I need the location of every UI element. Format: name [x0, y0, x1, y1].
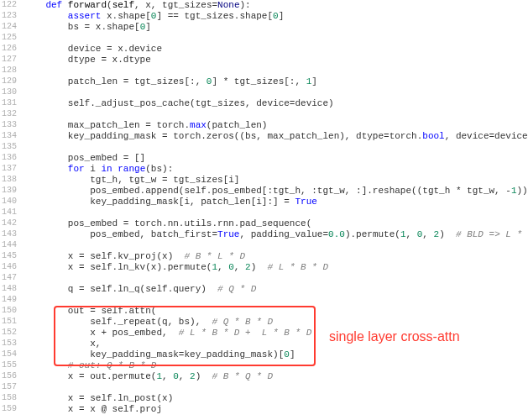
code-line: 145 x = self.kv_proj(x) # B * L * D: [0, 251, 528, 262]
line-number: 126: [0, 44, 24, 53]
line-number: 129: [0, 76, 24, 86]
line-number: 143: [0, 229, 24, 239]
code-content: x = x @ self.proj: [24, 404, 528, 415]
code-line: 132: [0, 109, 528, 120]
line-number: 158: [0, 393, 24, 402]
line-number: 130: [0, 87, 24, 97]
line-number: 123: [0, 11, 24, 20]
code-line: 123 assert x.shape[0] == tgt_sizes.shape…: [0, 11, 528, 22]
code-content: self._adjust_pos_cache(tgt_sizes, device…: [24, 98, 528, 109]
annotation-text: single layer cross-attn: [329, 329, 460, 344]
line-number: 140: [0, 197, 24, 206]
code-content: assert x.shape[0] == tgt_sizes.shape[0]: [24, 11, 528, 22]
code-content: out = self.attn(: [24, 306, 528, 317]
code-line: 150 out = self.attn(: [0, 306, 528, 317]
code-line: 133 max_patch_len = torch.max(patch_len): [0, 120, 528, 131]
code-line: 143 pos_embed, batch_first=True, padding…: [0, 229, 528, 240]
line-number: 150: [0, 306, 24, 315]
code-line: 147: [0, 273, 528, 284]
line-number: 159: [0, 404, 24, 413]
line-number: 152: [0, 328, 24, 337]
code-content: x = self.ln_post(x): [24, 393, 528, 404]
code-line: 122 def forward(self, x, tgt_sizes=None)…: [0, 0, 528, 11]
line-number: 142: [0, 218, 24, 228]
code-content: x = self.ln_kv(x).permute(1, 0, 2) # L *…: [24, 262, 528, 273]
code-line: 156 x = out.permute(1, 0, 2) # B * Q * D: [0, 371, 528, 382]
line-number: 141: [0, 207, 24, 217]
line-number: 137: [0, 164, 24, 173]
line-number: 156: [0, 371, 24, 381]
code-content: self._repeat(q, bs), # Q * B * D: [24, 317, 528, 328]
line-number: 144: [0, 240, 24, 249]
code-line: 130: [0, 87, 528, 98]
line-number: 128: [0, 66, 24, 75]
code-content: pos_embed.append(self.pos_embed[:tgt_h, …: [24, 186, 528, 197]
line-number: 138: [0, 175, 24, 184]
line-number: 134: [0, 131, 24, 140]
line-number: 124: [0, 22, 24, 31]
code-line: 139 pos_embed.append(self.pos_embed[:tgt…: [0, 186, 528, 197]
line-number: 135: [0, 142, 24, 151]
code-line: 157: [0, 382, 528, 393]
line-number: 151: [0, 317, 24, 326]
code-line: 144: [0, 240, 528, 251]
code-line: 135: [0, 142, 528, 153]
code-content: pos_embed, batch_first=True, padding_val…: [24, 229, 528, 240]
code-line: 151 self._repeat(q, bs), # Q * B * D: [0, 317, 528, 328]
code-line: 137 for i in range(bs):: [0, 164, 528, 175]
code-line: 159 x = x @ self.proj: [0, 404, 528, 415]
code-line: 149: [0, 295, 528, 306]
code-content: bs = x.shape[0]: [24, 22, 528, 33]
code-content: key_padding_mask = torch.zeros((bs, max_…: [24, 131, 528, 142]
line-number: 139: [0, 186, 24, 195]
code-line: 158 x = self.ln_post(x): [0, 393, 528, 404]
code-content: # out: Q * B * D: [24, 360, 528, 371]
line-number: 131: [0, 98, 24, 108]
line-number: 153: [0, 339, 24, 348]
code-line: 142 pos_embed = torch.nn.utils.rnn.pad_s…: [0, 218, 528, 229]
code-line: 141: [0, 207, 528, 218]
line-number: 122: [0, 0, 24, 9]
code-line: 134 key_padding_mask = torch.zeros((bs, …: [0, 131, 528, 142]
code-content: x = self.kv_proj(x) # B * L * D: [24, 251, 528, 262]
code-line: 155 # out: Q * B * D: [0, 360, 528, 371]
code-content: tgt_h, tgt_w = tgt_sizes[i]: [24, 175, 528, 186]
line-number: 145: [0, 251, 24, 260]
code-line: 131 self._adjust_pos_cache(tgt_sizes, de…: [0, 98, 528, 109]
code-content: for i in range(bs):: [24, 164, 528, 175]
code-content: patch_len = tgt_sizes[:, 0] * tgt_sizes[…: [24, 76, 528, 87]
code-content: device = x.device: [24, 44, 528, 55]
code-content: def forward(self, x, tgt_sizes=None):: [24, 0, 528, 11]
code-line: 148 q = self.ln_q(self.query) # Q * D: [0, 284, 528, 295]
code-line: 129 patch_len = tgt_sizes[:, 0] * tgt_si…: [0, 76, 528, 87]
code-content: dtype = x.dtype: [24, 55, 528, 66]
code-line: 138 tgt_h, tgt_w = tgt_sizes[i]: [0, 175, 528, 186]
code-line: 140 key_padding_mask[i, patch_len[i]:] =…: [0, 197, 528, 207]
line-number: 133: [0, 120, 24, 129]
code-content: pos_embed = torch.nn.utils.rnn.pad_seque…: [24, 218, 528, 229]
line-number: 136: [0, 153, 24, 162]
code-line: 125: [0, 33, 528, 44]
code-line: 127 dtype = x.dtype: [0, 55, 528, 66]
code-content: key_padding_mask[i, patch_len[i]:] = Tru…: [24, 197, 528, 207]
code-line: 126 device = x.device: [0, 44, 528, 55]
line-number: 155: [0, 360, 24, 370]
code-content: x = out.permute(1, 0, 2) # B * Q * D: [24, 371, 528, 382]
line-number: 127: [0, 55, 24, 64]
line-number: 148: [0, 284, 24, 293]
code-viewer: 122 def forward(self, x, tgt_sizes=None)…: [0, 0, 528, 415]
line-number: 157: [0, 382, 24, 391]
line-number: 154: [0, 349, 24, 359]
line-number: 125: [0, 33, 24, 42]
code-line: 136 pos_embed = []: [0, 153, 528, 164]
code-line: 128: [0, 66, 528, 76]
line-number: 132: [0, 109, 24, 118]
line-number: 149: [0, 295, 24, 304]
code-line: 154 key_padding_mask=key_padding_mask)[0…: [0, 349, 528, 360]
code-content: q = self.ln_q(self.query) # Q * D: [24, 284, 528, 295]
line-number: 146: [0, 262, 24, 271]
code-content: key_padding_mask=key_padding_mask)[0]: [24, 349, 528, 360]
code-content: max_patch_len = torch.max(patch_len): [24, 120, 528, 131]
code-content: pos_embed = []: [24, 153, 528, 164]
line-number: 147: [0, 273, 24, 282]
